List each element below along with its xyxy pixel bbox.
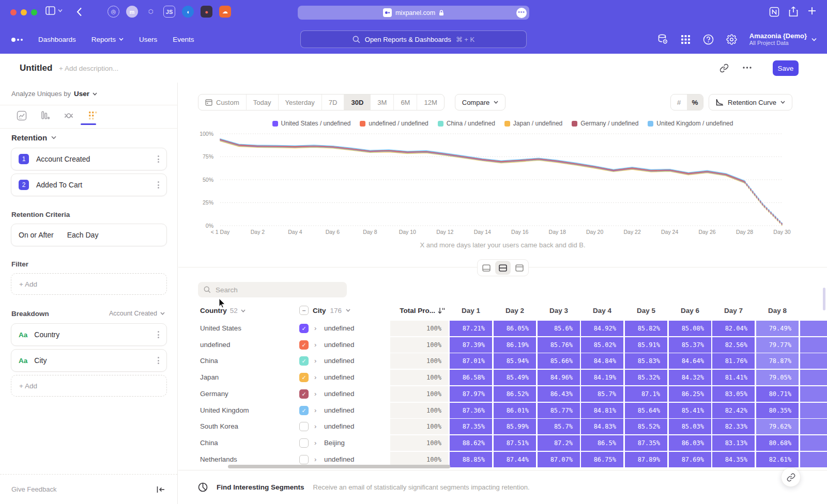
extension-m-icon[interactable]: m	[126, 6, 138, 18]
legend-item[interactable]: United States / undefined	[272, 120, 351, 127]
legend-item[interactable]: Japan / undefined	[504, 120, 562, 127]
row-checkbox[interactable]	[299, 438, 309, 448]
legend-item[interactable]: Germany / undefined	[572, 120, 638, 127]
day-column-header[interactable]: Day 6	[669, 307, 711, 314]
retention-cell[interactable]: 84.32%	[669, 370, 711, 385]
retention-cell[interactable]: 85.66%	[538, 353, 580, 369]
share-icon[interactable]	[789, 6, 798, 17]
retention-cell[interactable]: 85.99%	[494, 419, 536, 434]
retention-cell[interactable]: 85.77%	[538, 403, 580, 418]
extension-cube-icon[interactable]: ⬡	[145, 6, 157, 18]
range-today[interactable]: Today	[247, 94, 279, 110]
row-checkbox[interactable]: ✓	[299, 324, 309, 333]
criteria-each-day[interactable]: Each Day	[67, 231, 159, 239]
retention-cell[interactable]: 86.01%	[494, 403, 536, 418]
extension-js-icon[interactable]: JS	[163, 6, 175, 18]
expand-row-icon[interactable]: ›	[314, 422, 316, 430]
step-card-account-created[interactable]: 1 Account Created	[11, 148, 167, 170]
retention-cell[interactable]: 86.25%	[669, 386, 711, 402]
retention-cell[interactable]: 84.84%	[581, 353, 623, 369]
range-7d[interactable]: 7D	[322, 94, 345, 110]
row-checkbox[interactable]	[299, 455, 309, 464]
retention-cell[interactable]: 88.85%	[450, 452, 492, 467]
retention-cell[interactable]: 81.41%	[712, 370, 755, 385]
extension-bird-icon[interactable]: ◖	[182, 6, 194, 18]
retention-cell[interactable]: 86.03%	[669, 435, 711, 451]
url-bar[interactable]: mixpanel.com •••	[298, 6, 529, 20]
filter-add-button[interactable]: + Add	[11, 273, 167, 295]
sidebar-toggle-icon[interactable]	[45, 6, 55, 15]
retention-section-header[interactable]: Retention	[11, 133, 56, 142]
retention-cell[interactable]: 84.64%	[669, 353, 711, 369]
retention-cell[interactable]: 87.35%	[625, 435, 667, 451]
retention-cell[interactable]: 87.69%	[669, 452, 711, 467]
retention-cell[interactable]: 85.64%	[625, 403, 667, 418]
retention-cell[interactable]: 83.13%	[712, 435, 755, 451]
retention-cell[interactable]: 85.32%	[625, 370, 667, 385]
more-options-icon[interactable]	[743, 67, 752, 69]
apps-grid-icon[interactable]	[681, 35, 691, 44]
retention-cell[interactable]: 85.49%	[494, 370, 536, 385]
vertical-scrollbar[interactable]	[823, 288, 825, 310]
retention-cell[interactable]: 80.68%	[756, 435, 799, 451]
retention-cell[interactable]: 85.03%	[669, 419, 711, 434]
retention-cell[interactable]: 80.35%	[756, 403, 799, 418]
expand-row-icon[interactable]: ›	[314, 455, 316, 463]
expand-row-icon[interactable]: ›	[314, 439, 316, 447]
day-column-header[interactable]: Day 1	[450, 307, 492, 314]
unchecked-checkbox[interactable]	[299, 455, 309, 464]
range-12m[interactable]: 12M	[417, 94, 443, 110]
extension-cloud-icon[interactable]: ☁	[219, 6, 231, 18]
compare-button[interactable]: Compare	[455, 94, 506, 111]
retention-cell[interactable]: 79.49%	[756, 321, 799, 336]
minimize-window-button[interactable]	[21, 9, 27, 15]
range-custom[interactable]: Custom	[198, 94, 247, 110]
nav-link-events[interactable]: Events	[173, 36, 194, 43]
extension-record-icon[interactable]: ●	[201, 6, 212, 18]
retention-cell[interactable]: 87.97%	[450, 386, 492, 402]
view-table-only-button[interactable]	[512, 261, 527, 275]
checked-checkbox[interactable]: ✓	[299, 373, 309, 382]
help-icon[interactable]	[703, 34, 714, 45]
breakdown-add-button[interactable]: + Add	[11, 375, 167, 397]
retention-cell[interactable]: 85.83%	[625, 353, 667, 369]
back-button[interactable]	[76, 7, 82, 17]
collapse-sidebar-icon[interactable]	[157, 486, 165, 493]
retention-cell[interactable]: 79.05%	[756, 370, 799, 385]
retention-cell[interactable]: 84.19%	[581, 370, 623, 385]
retention-cell[interactable]: 84.35%	[712, 452, 755, 467]
checked-checkbox[interactable]: ✓	[299, 406, 309, 415]
checked-checkbox[interactable]: ✓	[299, 356, 309, 366]
legend-item[interactable]: China / undefined	[438, 120, 495, 127]
table-search-input[interactable]: Search	[198, 282, 347, 297]
settings-gear-icon[interactable]	[726, 34, 737, 45]
retention-cell[interactable]: 83.05%	[712, 386, 755, 402]
tabs-chevron-icon[interactable]	[58, 9, 63, 12]
share-link-fab[interactable]	[781, 467, 801, 487]
legend-item[interactable]: undefined / undefined	[360, 120, 428, 127]
retention-cell[interactable]: 84.81%	[581, 403, 623, 418]
retention-cell[interactable]: 87.21%	[450, 321, 492, 336]
checked-checkbox[interactable]: ✓	[299, 324, 309, 333]
close-window-button[interactable]	[10, 9, 17, 15]
nav-link-users[interactable]: Users	[139, 36, 157, 43]
tab-retention[interactable]	[87, 108, 99, 123]
tab-funnels[interactable]	[39, 108, 52, 123]
retention-cell[interactable]: 85.82%	[625, 321, 667, 336]
retention-cell[interactable]: 84.83%	[581, 419, 623, 434]
tab-insights[interactable]	[16, 108, 28, 123]
retention-cell[interactable]: 85.94%	[494, 353, 536, 369]
retention-cell[interactable]: 87.1%	[625, 386, 667, 402]
view-split-button[interactable]	[495, 261, 511, 275]
retention-cell[interactable]: 85.52%	[625, 419, 667, 434]
retention-cell[interactable]: 79.77%	[756, 337, 799, 353]
retention-cell[interactable]: 86.19%	[494, 337, 536, 353]
retention-cell[interactable]: 85.91%	[625, 337, 667, 353]
retention-cell[interactable]: 82.33%	[712, 419, 755, 434]
retention-cell[interactable]: 85.76%	[538, 337, 580, 353]
row-checkbox[interactable]: ✓	[299, 373, 309, 382]
retention-cell[interactable]: 88.62%	[450, 435, 492, 451]
retention-cell[interactable]: 87.36%	[450, 403, 492, 418]
nav-link-dashboards[interactable]: Dashboards	[38, 36, 76, 43]
retention-cell[interactable]: 84.96%	[538, 370, 580, 385]
